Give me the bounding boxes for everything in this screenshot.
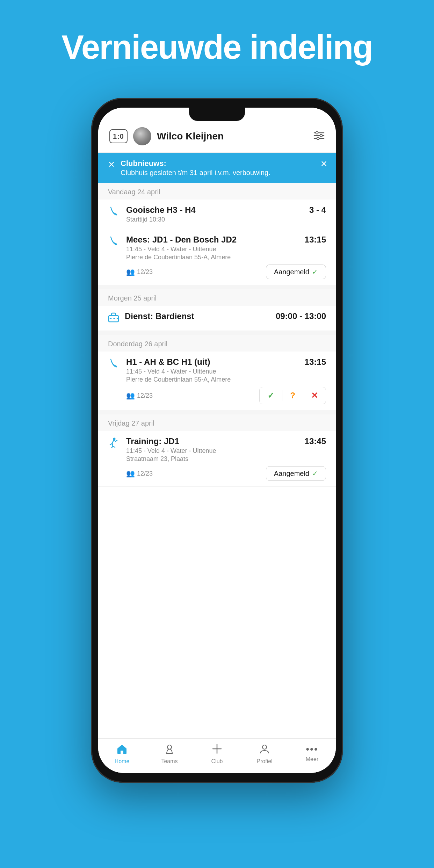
event-item: Gooische H3 - H4 3 - 4 Starttijd 10:30 bbox=[98, 200, 336, 229]
teams-icon bbox=[164, 744, 175, 757]
event-players: 👥 12/23 bbox=[126, 391, 153, 400]
news-banner: ✕ Clubnieuws: Clubhuis gesloten t/m 31 a… bbox=[98, 153, 336, 183]
nav-item-club[interactable]: Club bbox=[193, 739, 241, 767]
date-header-thursday: Donderdag 26 april bbox=[98, 335, 336, 352]
nav-label-meer: Meer bbox=[306, 756, 318, 762]
event-main: Training: JD1 13:45 11:45 - Veld 4 - Wat… bbox=[126, 436, 326, 481]
event-item: Training: JD1 13:45 11:45 - Veld 4 - Wat… bbox=[98, 431, 336, 487]
event-time: 13:45 bbox=[305, 436, 326, 446]
date-header-tomorrow: Morgen 25 april bbox=[98, 289, 336, 306]
event-detail2: Pierre de Coubertinlaan 55-A, Almere bbox=[126, 376, 326, 383]
bottom-nav: Home Teams bbox=[98, 738, 336, 773]
event-item: H1 - AH & BC H1 (uit) 13:15 11:45 - Veld… bbox=[98, 352, 336, 410]
club-icon bbox=[212, 744, 222, 757]
phone-notch bbox=[189, 108, 245, 121]
response-buttons: ✓ ? ✕ bbox=[259, 387, 326, 404]
date-header-today: Vandaag 24 april bbox=[98, 183, 336, 200]
event-detail1: 11:45 - Veld 4 - Water - Uittenue bbox=[126, 368, 326, 375]
event-detail1: 11:45 - Veld 4 - Water - Uittenue bbox=[126, 447, 326, 455]
nav-item-teams[interactable]: Teams bbox=[146, 739, 193, 767]
page-background: Vernieuwde indeling 1:0 Wilco Kleijnen bbox=[0, 0, 434, 868]
event-time: 09:00 - 13:00 bbox=[276, 311, 326, 321]
event-main: Dienst: Bardienst 09:00 - 13:00 bbox=[125, 311, 326, 321]
dienst-icon bbox=[108, 312, 119, 325]
app-screen: 1:0 Wilco Kleijnen bbox=[98, 108, 336, 773]
svg-point-12 bbox=[262, 745, 267, 749]
response-maybe-button[interactable]: ? bbox=[282, 387, 303, 404]
nav-label-profiel: Profiel bbox=[256, 758, 272, 765]
scroll-content[interactable]: ✕ Clubnieuws: Clubhuis gesloten t/m 31 a… bbox=[98, 153, 336, 738]
nav-item-profiel[interactable]: Profiel bbox=[241, 739, 288, 767]
svg-point-3 bbox=[316, 132, 318, 134]
hockey-icon bbox=[108, 206, 121, 219]
event-detail1: 11:45 - Veld 4 - Water - Uittenue bbox=[126, 246, 326, 253]
svg-point-5 bbox=[317, 137, 319, 140]
event-detail2: Straatnaam 23, Plaats bbox=[126, 455, 326, 463]
event-item: Dienst: Bardienst 09:00 - 13:00 bbox=[98, 306, 336, 331]
news-text: Clubnieuws: Clubhuis gesloten t/m 31 apr… bbox=[121, 159, 315, 177]
home-icon bbox=[116, 744, 128, 757]
news-title: Clubnieuws: bbox=[121, 159, 315, 168]
news-close-x-icon[interactable]: ✕ bbox=[108, 160, 115, 169]
event-main: Mees: JD1 - Den Bosch JD2 13:15 11:45 - … bbox=[126, 235, 326, 279]
players-icon: 👥 bbox=[126, 268, 135, 276]
meer-icon: ••• bbox=[306, 744, 318, 755]
check-icon: ✓ bbox=[312, 469, 318, 478]
event-item: Mees: JD1 - Den Bosch JD2 13:15 11:45 - … bbox=[98, 229, 336, 285]
section-separator bbox=[98, 285, 336, 289]
user-name: Wilco Kleijnen bbox=[157, 131, 313, 142]
event-title: Dienst: Bardienst bbox=[125, 311, 194, 321]
event-score: 3 - 4 bbox=[309, 205, 326, 215]
response-no-button[interactable]: ✕ bbox=[303, 387, 326, 404]
hockey-icon bbox=[108, 236, 121, 248]
bottom-spacer bbox=[98, 487, 336, 501]
event-subtitle: Starttijd 10:30 bbox=[126, 216, 326, 223]
hockey-icon bbox=[108, 358, 121, 371]
section-separator bbox=[98, 331, 336, 335]
filter-icon[interactable] bbox=[313, 131, 325, 142]
svg-point-9 bbox=[167, 745, 172, 749]
aangemeld-button[interactable]: Aangemeld ✓ bbox=[266, 466, 326, 481]
event-main: Gooische H3 - H4 3 - 4 Starttijd 10:30 bbox=[126, 205, 326, 223]
news-body: Clubhuis gesloten t/m 31 april i.v.m. ve… bbox=[121, 169, 315, 177]
svg-point-4 bbox=[320, 135, 323, 137]
event-title: Mees: JD1 - Den Bosch JD2 bbox=[126, 235, 237, 245]
training-icon bbox=[108, 437, 121, 451]
phone-frame: 1:0 Wilco Kleijnen bbox=[91, 98, 343, 783]
svg-point-8 bbox=[113, 438, 116, 440]
event-detail2: Pierre de Coubertinlaan 55-A, Almere bbox=[126, 254, 326, 261]
check-icon: ✓ bbox=[312, 268, 318, 276]
scoreboard-icon[interactable]: 1:0 bbox=[109, 129, 128, 143]
nav-label-club: Club bbox=[211, 758, 223, 765]
event-title: Training: JD1 bbox=[126, 436, 179, 446]
nav-label-home: Home bbox=[115, 758, 130, 765]
event-title: H1 - AH & BC H1 (uit) bbox=[126, 357, 210, 367]
news-dismiss-icon[interactable]: ✕ bbox=[320, 159, 327, 169]
nav-item-meer[interactable]: ••• Meer bbox=[288, 739, 336, 767]
event-players: 👥 12/23 bbox=[126, 469, 153, 478]
page-title: Vernieuwde indeling bbox=[0, 28, 434, 66]
section-separator bbox=[98, 410, 336, 414]
date-header-friday: Vrijdag 27 april bbox=[98, 414, 336, 431]
profiel-icon bbox=[259, 744, 270, 757]
response-yes-button[interactable]: ✓ bbox=[260, 387, 282, 404]
avatar[interactable] bbox=[133, 127, 151, 145]
event-time: 13:15 bbox=[305, 235, 326, 245]
event-title: Gooische H3 - H4 bbox=[126, 205, 196, 215]
players-icon: 👥 bbox=[126, 469, 135, 478]
event-main: H1 - AH & BC H1 (uit) 13:15 11:45 - Veld… bbox=[126, 357, 326, 404]
event-players: 👥 12/23 bbox=[126, 268, 153, 276]
aangemeld-button[interactable]: Aangemeld ✓ bbox=[266, 265, 326, 279]
event-time: 13:15 bbox=[305, 357, 326, 367]
nav-label-teams: Teams bbox=[161, 758, 178, 765]
players-icon: 👥 bbox=[126, 391, 135, 400]
nav-item-home[interactable]: Home bbox=[98, 739, 146, 767]
